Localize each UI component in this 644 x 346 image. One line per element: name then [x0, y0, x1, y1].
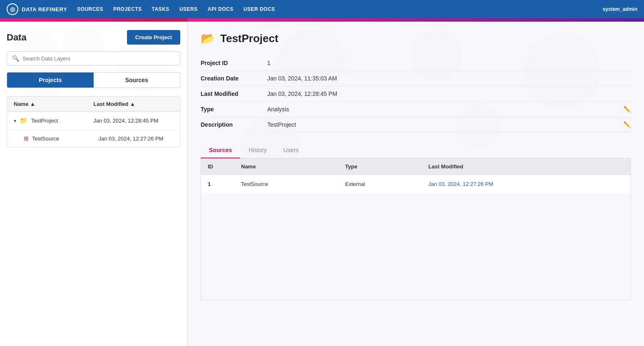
tab-bar: Projects Sources: [7, 72, 180, 88]
meta-grid: Project ID 1 Creation Date Jan 03, 2024,…: [201, 55, 631, 133]
right-panel: 📂 TestProject Project ID 1 Creation Date…: [187, 22, 644, 346]
source-table-row[interactable]: 1 TestSource External Jan 03, 2024, 12:2…: [201, 175, 630, 193]
tab-history-section[interactable]: History: [240, 143, 275, 158]
source-grid-icon: ⊞: [24, 135, 29, 142]
col-last-modified: Last Modified: [428, 163, 624, 170]
create-project-button[interactable]: Create Project: [127, 30, 180, 45]
accent-bar-right: [187, 18, 644, 22]
tab-sources-section[interactable]: Sources: [201, 143, 240, 158]
nav-api-docs[interactable]: API DOCS: [208, 6, 234, 12]
meta-label-type: Type: [201, 102, 267, 117]
nav-sources[interactable]: SOURCES: [77, 6, 103, 12]
nav-tasks[interactable]: TASKS: [152, 6, 169, 12]
sources-table: ID Name Type Last Modified 1 TestSource …: [201, 158, 631, 300]
col-id: ID: [208, 163, 241, 170]
meta-label-desc: Description: [201, 117, 267, 133]
type-edit-icon[interactable]: ✏️: [624, 106, 631, 113]
table-row[interactable]: ▾ 📁 TestProject Jan 03, 2024, 12:28:45 P…: [7, 112, 180, 130]
left-panel-bg: [0, 22, 187, 346]
table-row[interactable]: ⊞ TestSource Jan 03, 2024, 12:27:26 PM: [7, 130, 180, 147]
toggle-icon[interactable]: ▾: [14, 118, 16, 124]
folder-icon: 📁: [20, 117, 28, 125]
row-name-source: ⊞ TestSource: [24, 135, 99, 142]
source-id: 1: [208, 181, 241, 187]
left-header: Data Create Project: [7, 30, 180, 45]
meta-value-id: 1: [267, 55, 631, 71]
app-layout: Data Create Project 🔍 Projects Sources N…: [0, 22, 644, 346]
tab-sources[interactable]: Sources: [94, 73, 180, 88]
col-type: Type: [345, 163, 428, 170]
source-name: TestSource: [32, 135, 59, 142]
col-last-modified: Last Modified ▲: [94, 101, 174, 107]
desc-edit-icon[interactable]: ✏️: [624, 121, 631, 128]
project-name: TestProject: [31, 118, 58, 124]
left-panel: Data Create Project 🔍 Projects Sources N…: [0, 22, 187, 346]
project-header: 📂 TestProject: [201, 32, 631, 45]
source-last-modified: Jan 03, 2024, 12:27:26 PM: [99, 135, 174, 142]
source-last-mod-cell: Jan 03, 2024, 12:27:26 PM: [428, 181, 624, 187]
source-name-cell: TestSource: [241, 181, 345, 187]
accent-bar-left: [0, 18, 187, 22]
search-container: 🔍: [7, 51, 180, 65]
meta-value-desc: TestProject ✏️: [267, 117, 631, 133]
project-folder-icon: 📂: [201, 32, 215, 45]
nav-user-docs[interactable]: USER DOCS: [244, 6, 275, 12]
meta-label-modified: Last Modified: [201, 86, 267, 102]
nav-projects[interactable]: PROJECTS: [113, 6, 142, 12]
brand-name: DATA REFINERY: [22, 6, 67, 13]
search-input[interactable]: [22, 55, 175, 62]
left-panel-title: Data: [7, 32, 27, 43]
source-type-cell: External: [345, 181, 428, 187]
sources-table-body: 1 TestSource External Jan 03, 2024, 12:2…: [201, 175, 630, 300]
brand: ◎ DATA REFINERY: [7, 3, 67, 15]
meta-value-type: Analysis ✏️: [267, 102, 631, 117]
search-icon: 🔍: [12, 55, 19, 62]
meta-label-id: Project ID: [201, 55, 267, 71]
tab-users-section[interactable]: Users: [275, 143, 307, 158]
section-tabs: Sources History Users: [201, 143, 631, 158]
sources-table-header: ID Name Type Last Modified: [201, 158, 630, 175]
brand-globe-icon: ◎: [7, 3, 18, 15]
meta-value-creation: Jan 03, 2024, 11:35:03 AM: [267, 71, 631, 86]
nav-users[interactable]: USERS: [179, 6, 198, 12]
navbar: ◎ DATA REFINERY SOURCES PROJECTS TASKS U…: [0, 0, 644, 18]
col-name: Name: [241, 163, 345, 170]
table-header: Name ▲ Last Modified ▲: [7, 97, 180, 112]
meta-value-modified: Jan 03, 2024, 12:28:45 PM: [267, 86, 631, 102]
meta-label-creation: Creation Date: [201, 71, 267, 86]
tab-projects[interactable]: Projects: [7, 73, 94, 88]
projects-table: Name ▲ Last Modified ▲ ▾ 📁 TestProject J…: [7, 96, 180, 147]
project-title: TestProject: [220, 32, 278, 45]
row-name-project: ▾ 📁 TestProject: [14, 117, 94, 125]
project-last-modified: Jan 03, 2024, 12:28:45 PM: [94, 118, 174, 124]
col-name: Name ▲: [14, 101, 94, 107]
user-label: system_admin: [603, 6, 637, 12]
